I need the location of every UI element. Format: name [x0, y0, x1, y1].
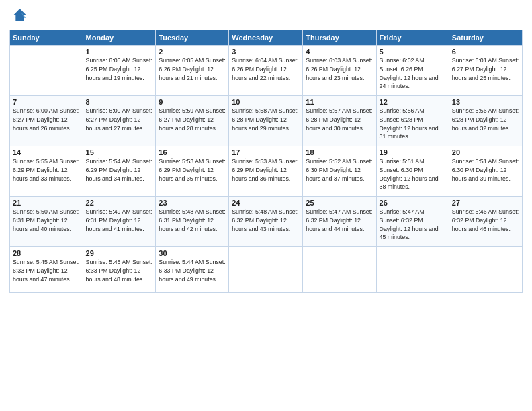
day-number: 12 [380, 98, 446, 106]
day-cell [229, 247, 303, 293]
calendar-container: SundayMondayTuesdayWednesdayThursdayFrid… [0, 0, 532, 298]
day-number: 16 [159, 148, 226, 156]
week-row-5: 28Sunrise: 5:45 AM Sunset: 6:33 PM Dayli… [10, 247, 523, 293]
day-cell: 25Sunrise: 5:47 AM Sunset: 6:32 PM Dayli… [303, 197, 376, 247]
day-cell: 6Sunrise: 6:01 AM Sunset: 6:27 PM Daylig… [449, 46, 522, 96]
day-number: 20 [452, 148, 519, 156]
day-cell: 2Sunrise: 6:05 AM Sunset: 6:26 PM Daylig… [156, 46, 229, 96]
day-info: Sunrise: 6:05 AM Sunset: 6:25 PM Dayligh… [86, 56, 153, 82]
day-cell: 24Sunrise: 5:48 AM Sunset: 6:32 PM Dayli… [229, 197, 303, 247]
day-info: Sunrise: 5:49 AM Sunset: 6:31 PM Dayligh… [86, 208, 153, 233]
day-info: Sunrise: 5:47 AM Sunset: 6:32 PM Dayligh… [380, 208, 446, 242]
day-number: 2 [159, 48, 226, 56]
day-cell: 3Sunrise: 6:04 AM Sunset: 6:26 PM Daylig… [229, 46, 303, 96]
day-cell: 9Sunrise: 5:59 AM Sunset: 6:27 PM Daylig… [156, 96, 229, 146]
day-info: Sunrise: 5:53 AM Sunset: 6:29 PM Dayligh… [232, 157, 300, 183]
day-number: 24 [232, 199, 300, 207]
day-info: Sunrise: 5:51 AM Sunset: 6:30 PM Dayligh… [452, 157, 519, 183]
day-number: 6 [452, 48, 519, 56]
day-info: Sunrise: 5:48 AM Sunset: 6:32 PM Dayligh… [232, 208, 300, 233]
day-number: 22 [86, 199, 153, 207]
column-header-monday: Monday [83, 30, 156, 46]
day-cell: 5Sunrise: 6:02 AM Sunset: 6:26 PM Daylig… [376, 46, 449, 96]
day-number: 5 [380, 48, 446, 56]
day-cell [10, 46, 83, 96]
day-cell: 16Sunrise: 5:53 AM Sunset: 6:29 PM Dayli… [156, 146, 229, 197]
day-number: 15 [86, 148, 153, 156]
day-info: Sunrise: 5:50 AM Sunset: 6:31 PM Dayligh… [13, 208, 80, 233]
day-info: Sunrise: 5:48 AM Sunset: 6:31 PM Dayligh… [159, 208, 226, 233]
day-number: 7 [13, 98, 80, 106]
week-row-3: 14Sunrise: 5:55 AM Sunset: 6:29 PM Dayli… [10, 146, 523, 197]
day-number: 30 [159, 249, 226, 257]
day-number: 23 [159, 199, 226, 207]
day-number: 25 [306, 199, 373, 207]
day-info: Sunrise: 5:54 AM Sunset: 6:29 PM Dayligh… [86, 157, 153, 183]
day-number: 19 [380, 148, 446, 156]
calendar-table: SundayMondayTuesdayWednesdayThursdayFrid… [9, 30, 523, 293]
day-cell [376, 247, 449, 293]
day-number: 17 [232, 148, 300, 156]
day-number: 26 [380, 199, 446, 207]
logo-icon [9, 7, 28, 26]
day-number: 18 [306, 148, 373, 156]
week-row-1: 1Sunrise: 6:05 AM Sunset: 6:25 PM Daylig… [10, 46, 523, 96]
day-cell: 4Sunrise: 6:03 AM Sunset: 6:26 PM Daylig… [303, 46, 376, 96]
calendar-header-row: SundayMondayTuesdayWednesdayThursdayFrid… [10, 30, 523, 46]
day-number: 11 [306, 98, 373, 106]
day-cell [303, 247, 376, 293]
day-cell: 23Sunrise: 5:48 AM Sunset: 6:31 PM Dayli… [156, 197, 229, 247]
day-info: Sunrise: 5:57 AM Sunset: 6:28 PM Dayligh… [306, 107, 373, 132]
day-info: Sunrise: 5:56 AM Sunset: 6:28 PM Dayligh… [452, 107, 519, 132]
day-cell: 21Sunrise: 5:50 AM Sunset: 6:31 PM Dayli… [10, 197, 83, 247]
day-number: 1 [86, 48, 153, 56]
day-info: Sunrise: 5:52 AM Sunset: 6:30 PM Dayligh… [306, 157, 373, 183]
day-info: Sunrise: 5:44 AM Sunset: 6:33 PM Dayligh… [159, 258, 226, 283]
column-header-wednesday: Wednesday [229, 30, 303, 46]
day-info: Sunrise: 5:47 AM Sunset: 6:32 PM Dayligh… [306, 208, 373, 233]
day-info: Sunrise: 6:05 AM Sunset: 6:26 PM Dayligh… [159, 56, 226, 82]
day-info: Sunrise: 5:58 AM Sunset: 6:28 PM Dayligh… [232, 107, 300, 132]
day-number: 28 [13, 249, 80, 257]
day-number: 27 [452, 199, 519, 207]
day-info: Sunrise: 6:00 AM Sunset: 6:27 PM Dayligh… [86, 107, 153, 132]
day-cell: 19Sunrise: 5:51 AM Sunset: 6:30 PM Dayli… [376, 146, 449, 197]
day-info: Sunrise: 5:53 AM Sunset: 6:29 PM Dayligh… [159, 157, 226, 183]
day-info: Sunrise: 5:51 AM Sunset: 6:30 PM Dayligh… [380, 157, 446, 191]
day-info: Sunrise: 5:59 AM Sunset: 6:27 PM Dayligh… [159, 107, 226, 132]
day-info: Sunrise: 6:00 AM Sunset: 6:27 PM Dayligh… [13, 107, 80, 132]
day-info: Sunrise: 5:46 AM Sunset: 6:32 PM Dayligh… [452, 208, 519, 233]
day-info: Sunrise: 5:55 AM Sunset: 6:29 PM Dayligh… [13, 157, 80, 183]
day-cell: 30Sunrise: 5:44 AM Sunset: 6:33 PM Dayli… [156, 247, 229, 293]
day-cell: 7Sunrise: 6:00 AM Sunset: 6:27 PM Daylig… [10, 96, 83, 146]
column-header-sunday: Sunday [10, 30, 83, 46]
day-info: Sunrise: 5:45 AM Sunset: 6:33 PM Dayligh… [86, 258, 153, 283]
day-cell: 28Sunrise: 5:45 AM Sunset: 6:33 PM Dayli… [10, 247, 83, 293]
day-number: 3 [232, 48, 300, 56]
day-cell: 18Sunrise: 5:52 AM Sunset: 6:30 PM Dayli… [303, 146, 376, 197]
day-cell: 20Sunrise: 5:51 AM Sunset: 6:30 PM Dayli… [449, 146, 522, 197]
day-cell: 11Sunrise: 5:57 AM Sunset: 6:28 PM Dayli… [303, 96, 376, 146]
day-number: 8 [86, 98, 153, 106]
day-cell: 26Sunrise: 5:47 AM Sunset: 6:32 PM Dayli… [376, 197, 449, 247]
column-header-tuesday: Tuesday [156, 30, 229, 46]
day-number: 29 [86, 249, 153, 257]
week-row-4: 21Sunrise: 5:50 AM Sunset: 6:31 PM Dayli… [10, 197, 523, 247]
day-info: Sunrise: 5:45 AM Sunset: 6:33 PM Dayligh… [13, 258, 80, 283]
day-number: 4 [306, 48, 373, 56]
column-header-thursday: Thursday [303, 30, 376, 46]
day-cell: 27Sunrise: 5:46 AM Sunset: 6:32 PM Dayli… [449, 197, 522, 247]
day-number: 13 [452, 98, 519, 106]
week-row-2: 7Sunrise: 6:00 AM Sunset: 6:27 PM Daylig… [10, 96, 523, 146]
day-info: Sunrise: 6:03 AM Sunset: 6:26 PM Dayligh… [306, 56, 373, 82]
day-cell: 13Sunrise: 5:56 AM Sunset: 6:28 PM Dayli… [449, 96, 522, 146]
day-info: Sunrise: 6:01 AM Sunset: 6:27 PM Dayligh… [452, 56, 519, 82]
day-number: 14 [13, 148, 80, 156]
day-cell: 14Sunrise: 5:55 AM Sunset: 6:29 PM Dayli… [10, 146, 83, 197]
day-cell: 12Sunrise: 5:56 AM Sunset: 6:28 PM Dayli… [376, 96, 449, 146]
day-number: 10 [232, 98, 300, 106]
day-number: 9 [159, 98, 226, 106]
column-header-saturday: Saturday [449, 30, 522, 46]
day-info: Sunrise: 6:04 AM Sunset: 6:26 PM Dayligh… [232, 56, 300, 82]
column-header-friday: Friday [376, 30, 449, 46]
